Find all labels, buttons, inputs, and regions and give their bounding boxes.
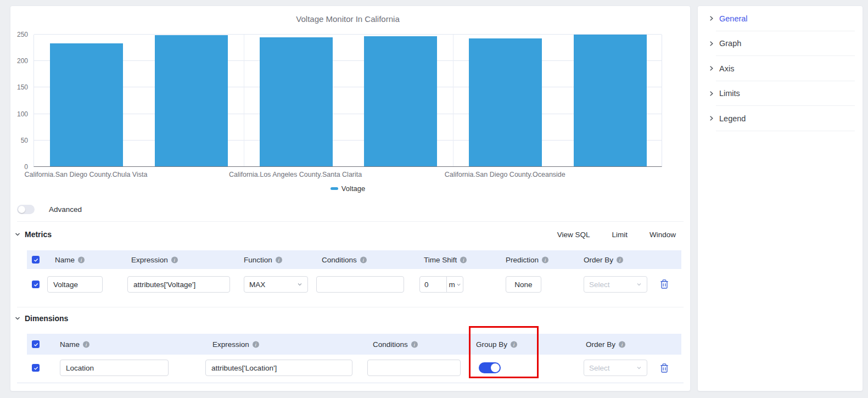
- sidebar-item-axis[interactable]: Axis: [698, 56, 863, 81]
- column-header-name: Name: [55, 256, 85, 264]
- chart-title: Voltage Monitor In California: [33, 14, 662, 24]
- bar-chart-plot-area: [33, 35, 662, 167]
- sidebar-item-general[interactable]: General: [698, 6, 863, 31]
- y-tick-label: 50: [21, 137, 28, 144]
- chevron-right-icon: [708, 115, 714, 121]
- y-tick-label: 100: [17, 110, 28, 118]
- column-header-expression: Expression: [212, 340, 259, 349]
- column-header-conditions: Conditions: [373, 340, 418, 349]
- voltage-bar: [260, 37, 333, 166]
- info-icon: [460, 256, 467, 263]
- chart-config-panel: Voltage Monitor In California 0501001502…: [10, 5, 691, 391]
- column-header-expression: Expression: [131, 256, 178, 264]
- check-icon: [33, 365, 39, 371]
- metric-order-by-select[interactable]: Select: [584, 276, 647, 293]
- column-header-function: Function: [244, 256, 282, 264]
- info-icon: [542, 256, 548, 263]
- sidebar-item-legend[interactable]: Legend: [698, 106, 863, 131]
- y-tick-label: 150: [17, 83, 28, 91]
- column-header-name: Name: [60, 340, 89, 349]
- check-icon: [33, 257, 39, 263]
- x-axis-label: California.San Diego County.Chula Vista: [24, 171, 147, 178]
- voltage-bar: [574, 35, 647, 166]
- info-icon: [411, 341, 418, 347]
- toggle-knob-icon: [18, 206, 25, 213]
- legend-item-voltage[interactable]: Voltage: [33, 184, 662, 193]
- y-axis-labels: 050100150200250: [10, 35, 30, 167]
- info-icon: [83, 341, 89, 347]
- column-header-order-by: Order By: [586, 340, 625, 349]
- chevron-down-icon[interactable]: [14, 315, 21, 322]
- check-icon: [33, 282, 39, 288]
- metrics-table-header: Name Expression Function Conditions Time…: [27, 250, 681, 269]
- function-select[interactable]: MAX: [244, 276, 308, 293]
- metric-expression-input[interactable]: [127, 276, 230, 293]
- metrics-section-title: Metrics: [25, 230, 52, 239]
- dimensions-row-checkbox[interactable]: [32, 364, 40, 372]
- chevron-right-icon: [708, 91, 714, 97]
- metrics-row-checkbox[interactable]: [32, 281, 40, 288]
- view-sql-link[interactable]: View SQL: [557, 231, 590, 239]
- sidebar-item-graph[interactable]: Graph: [698, 31, 863, 57]
- sidebar-item-limits[interactable]: Limits: [698, 81, 863, 106]
- prediction-button[interactable]: None: [506, 276, 541, 293]
- column-header-prediction: Prediction: [506, 256, 548, 264]
- delete-dimension-icon[interactable]: [659, 363, 669, 373]
- column-header-time-shift: Time Shift: [424, 256, 467, 264]
- advanced-toggle[interactable]: [17, 205, 35, 214]
- chevron-right-icon: [708, 15, 714, 21]
- metrics-header-checkbox[interactable]: [32, 256, 40, 264]
- delete-metric-icon[interactable]: [659, 279, 669, 289]
- legend-label: Voltage: [341, 184, 365, 193]
- chart-settings-sidebar: General Graph Axis Limits Legend: [697, 5, 863, 391]
- dimensions-header-checkbox[interactable]: [32, 340, 40, 348]
- chevron-right-icon: [708, 65, 714, 71]
- info-icon: [78, 256, 85, 263]
- info-icon: [360, 256, 367, 263]
- info-icon: [619, 341, 625, 347]
- y-tick-label: 0: [24, 163, 28, 171]
- info-icon: [511, 341, 517, 347]
- chevron-down-icon: [297, 282, 303, 287]
- dimension-order-by-select[interactable]: Select: [584, 360, 647, 376]
- x-axis-label: California.San Diego County.Oceanside: [445, 171, 565, 178]
- toggle-knob-icon: [491, 363, 500, 372]
- dimension-conditions-input[interactable]: [367, 360, 461, 376]
- info-icon: [617, 256, 623, 263]
- column-header-order-by: Order By: [584, 256, 623, 264]
- voltage-bar: [155, 35, 228, 166]
- chevron-down-icon: [636, 282, 642, 287]
- metric-conditions-input[interactable]: [316, 276, 404, 293]
- chevron-right-icon: [708, 41, 714, 47]
- voltage-bar: [50, 43, 123, 166]
- dimensions-table-header: Name Expression Conditions Group By Orde…: [27, 334, 681, 355]
- check-icon: [33, 341, 39, 347]
- dimension-expression-input[interactable]: [205, 360, 352, 376]
- group-by-toggle[interactable]: [479, 362, 501, 373]
- advanced-label: Advanced: [49, 205, 82, 214]
- metric-name-input[interactable]: [47, 276, 103, 293]
- window-link[interactable]: Window: [649, 231, 676, 239]
- x-axis-label: California.Los Angeles County.Santa Clar…: [229, 171, 362, 178]
- y-tick-label: 250: [17, 31, 28, 38]
- dimensions-section-title: Dimensions: [25, 314, 68, 323]
- time-shift-unit-select[interactable]: m: [446, 276, 463, 293]
- y-tick-label: 200: [17, 57, 28, 65]
- info-icon: [171, 256, 178, 263]
- chevron-down-icon: [456, 282, 461, 287]
- time-shift-input[interactable]: [419, 276, 447, 293]
- divider: [17, 307, 684, 307]
- voltage-bar: [364, 36, 437, 166]
- dimension-name-input[interactable]: [60, 360, 169, 376]
- x-axis-labels: California.San Diego County.Chula VistaC…: [33, 171, 662, 180]
- chevron-down-icon[interactable]: [14, 231, 21, 238]
- limit-link[interactable]: Limit: [612, 231, 628, 239]
- divider: [17, 221, 684, 222]
- time-shift-control: m: [419, 276, 463, 293]
- column-header-group-by: Group By: [476, 340, 517, 349]
- column-header-conditions: Conditions: [322, 256, 367, 264]
- legend-swatch-icon: [331, 187, 338, 190]
- info-icon: [253, 341, 259, 347]
- divider: [17, 383, 684, 383]
- info-icon: [276, 256, 282, 263]
